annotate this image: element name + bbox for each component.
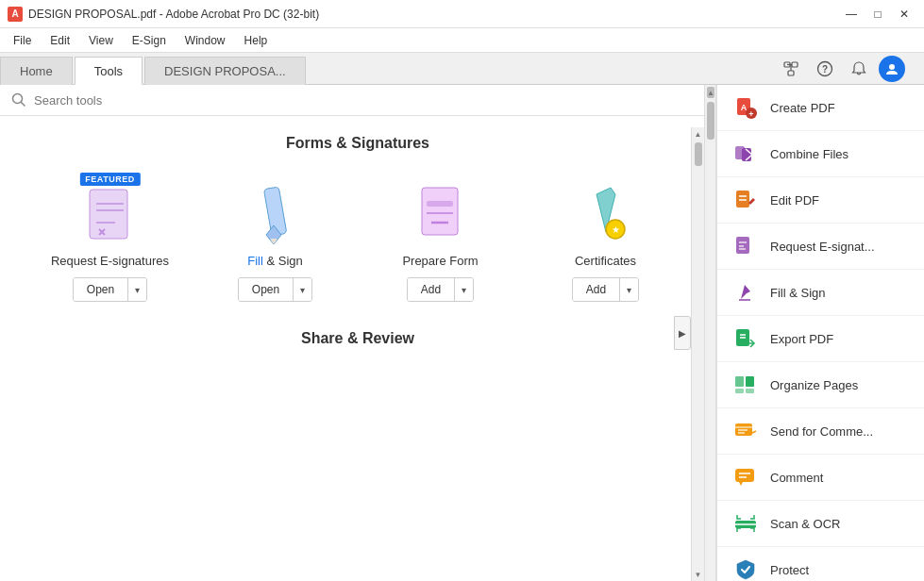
svg-text:?: ? — [822, 64, 828, 75]
protect-icon — [732, 556, 759, 581]
send-for-comme-icon — [732, 418, 759, 444]
svg-text:+: + — [748, 109, 753, 119]
tool-request-esignatures: FEATURED — [32, 171, 188, 311]
tool-icon-request-esig: FEATURED — [82, 180, 139, 246]
sidebar-label-scan-ocr: Scan & OCR — [770, 517, 840, 531]
add-button-certificates[interactable]: Add — [573, 278, 620, 301]
svg-line-10 — [22, 103, 25, 107]
tool-icon-prepare-form — [412, 180, 469, 246]
tab-bar: Home Tools DESIGN PROPOSA... ? — [0, 53, 924, 85]
sidebar-item-export-pdf[interactable]: Export PDF — [717, 316, 924, 362]
tool-name-fill-sign: Fill & Sign — [247, 254, 303, 268]
btn-group-fill-sign: Open ▾ — [238, 277, 312, 302]
sidebar-item-comment[interactable]: Comment — [717, 455, 924, 501]
svg-rect-21 — [427, 201, 453, 207]
add-button-prepare-form[interactable]: Add — [408, 278, 455, 301]
section-title-forms: Forms & Signatures — [19, 135, 697, 152]
main-layout: ▲ ▲ ▼ ▶ Forms & Signatures — [0, 85, 924, 581]
svg-text:★: ★ — [611, 224, 619, 235]
menu-window[interactable]: Window — [176, 32, 235, 49]
sidebar-item-create-pdf[interactable]: A + Create PDF — [717, 85, 924, 131]
sidebar-item-scan-ocr[interactable]: Scan & OCR — [717, 501, 924, 547]
minimize-button[interactable]: — — [839, 5, 864, 24]
sidebar-label-combine-files: Combine Files — [770, 147, 848, 161]
tool-icon-certificates: ★ — [578, 180, 634, 246]
create-pdf-icon: A + — [732, 94, 759, 121]
svg-rect-37 — [736, 191, 749, 208]
tab-doc[interactable]: DESIGN PROPOSA... — [144, 57, 306, 85]
svg-rect-55 — [735, 389, 744, 393]
btn-group-certificates: Add ▾ — [572, 277, 639, 302]
close-button[interactable]: ✕ — [892, 5, 916, 24]
maximize-button[interactable]: □ — [865, 5, 890, 24]
arrow-button-request-esig[interactable]: ▾ — [128, 278, 146, 301]
tab-home[interactable]: Home — [0, 57, 73, 85]
svg-rect-53 — [735, 376, 744, 387]
tool-fill-sign: Fill & Sign Open ▾ — [197, 171, 353, 311]
svg-rect-20 — [422, 188, 458, 235]
arrow-button-certificates[interactable]: ▾ — [620, 278, 638, 301]
sidebar-item-send-for-comme[interactable]: Send for Comme... — [717, 408, 924, 455]
sidebar-item-edit-pdf[interactable]: Edit PDF — [717, 177, 924, 224]
tool-name-certificates: Certificates — [575, 254, 636, 268]
right-sidebar: A + Create PDF Combine Files — [716, 85, 924, 581]
sidebar-item-organize-pages[interactable]: Organize Pages — [717, 362, 924, 408]
menu-bar: File Edit View E-Sign Window Help — [0, 28, 924, 53]
section-title-share: Share & Review — [19, 330, 697, 347]
window-title: DESIGN PROPOSAL.pdf - Adobe Acrobat Pro … — [28, 8, 839, 21]
request-esignat-icon — [732, 233, 759, 259]
sidebar-item-combine-files[interactable]: Combine Files — [717, 131, 924, 177]
top-toolbar: ? — [777, 53, 905, 85]
sidebar-label-fill-sign: Fill & Sign — [770, 286, 826, 300]
notification-icon[interactable] — [845, 56, 873, 82]
arrow-button-prepare-form[interactable]: ▾ — [455, 278, 473, 301]
user-avatar[interactable] — [879, 56, 905, 82]
edit-pdf-icon — [732, 187, 759, 213]
comment-icon — [732, 464, 759, 490]
arrow-button-fill-sign[interactable]: ▾ — [294, 278, 311, 301]
tab-tools[interactable]: Tools — [75, 57, 143, 85]
window-controls: — □ ✕ — [839, 5, 916, 24]
panel-expand-button[interactable]: ▶ — [674, 316, 691, 350]
search-input[interactable] — [34, 93, 704, 108]
outer-scrollbar[interactable]: ▲ — [704, 85, 715, 581]
fill-sign-side-icon — [732, 279, 759, 306]
help-icon[interactable]: ? — [811, 56, 839, 82]
tool-name-prepare-form: Prepare Form — [402, 254, 478, 268]
request-esig-icon — [82, 180, 139, 246]
svg-rect-63 — [735, 469, 754, 482]
fill-sign-icon — [247, 180, 304, 246]
search-bar — [0, 85, 715, 116]
sidebar-item-fill-sign[interactable]: Fill & Sign — [717, 270, 924, 316]
content-scrollbar[interactable]: ▲ ▼ — [691, 127, 704, 570]
sidebar-label-edit-pdf: Edit PDF — [770, 193, 819, 208]
content-area: ▲ ▲ ▼ ▶ Forms & Signatures — [0, 85, 716, 581]
svg-rect-1 — [792, 62, 798, 67]
svg-rect-54 — [746, 376, 754, 387]
tool-grid-forms: FEATURED — [19, 171, 697, 311]
menu-esign[interactable]: E-Sign — [123, 32, 176, 49]
open-button-fill-sign[interactable]: Open — [239, 278, 294, 301]
tool-prepare-form: Prepare Form Add ▾ — [362, 171, 518, 311]
share-icon[interactable] — [777, 56, 805, 82]
app-icon: A — [8, 7, 23, 22]
menu-help[interactable]: Help — [235, 32, 277, 49]
prepare-form-icon — [412, 180, 469, 246]
svg-rect-11 — [90, 190, 127, 239]
sidebar-item-request-esignat[interactable]: Request E-signat... — [717, 224, 924, 270]
btn-group-request-esig: Open ▾ — [73, 277, 147, 302]
tools-content: ▲ ▼ ▶ Forms & Signatures FEATURED — [0, 116, 715, 570]
certificates-icon: ★ — [578, 180, 634, 246]
btn-group-prepare-form: Add ▾ — [407, 277, 474, 302]
menu-edit[interactable]: Edit — [41, 32, 79, 49]
sidebar-item-protect[interactable]: Protect — [717, 547, 924, 581]
tool-certificates: ★ Certificates Add ▾ — [528, 171, 683, 311]
menu-file[interactable]: File — [4, 32, 41, 49]
organize-pages-icon — [732, 372, 759, 398]
open-button-request-esig[interactable]: Open — [74, 278, 128, 301]
sidebar-label-request-esignat: Request E-signat... — [770, 240, 875, 254]
tool-name-request-esig: Request E-signatures — [51, 254, 169, 268]
menu-view[interactable]: View — [79, 32, 123, 49]
combine-files-icon — [732, 141, 759, 167]
sidebar-label-protect: Protect — [770, 563, 809, 577]
